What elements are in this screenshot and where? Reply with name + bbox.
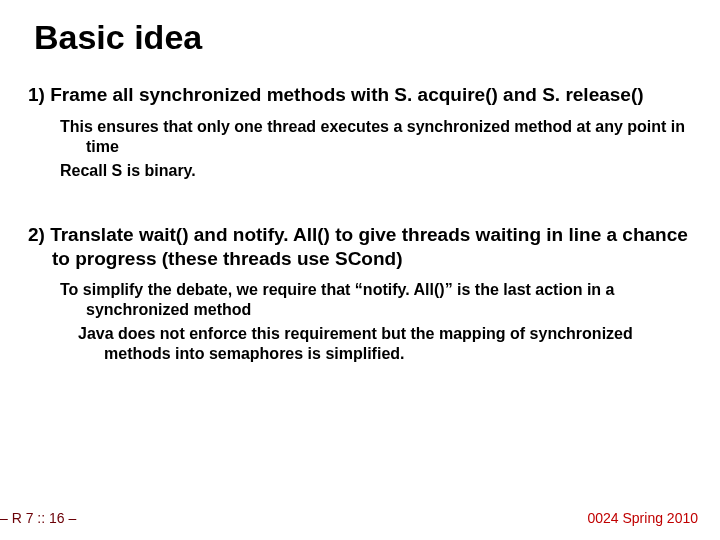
point-2-sub-2: Java does not enforce this requirement b…	[78, 324, 692, 364]
point-2: 2) Translate wait() and notify. All() to…	[28, 223, 692, 271]
point-2-text: 2) Translate wait() and notify. All() to…	[28, 223, 692, 271]
slide-title: Basic idea	[34, 18, 692, 57]
slide-container: Basic idea 1) Frame all synchronized met…	[0, 0, 720, 364]
point-1-sub-2: Recall S is binary.	[60, 161, 692, 181]
footer-left-text: – R 7 :: 16 –	[0, 510, 76, 526]
point-1-text: 1) Frame all synchronized methods with S…	[28, 83, 692, 107]
point-1-sub-1: This ensures that only one thread execut…	[60, 117, 692, 157]
spacer	[28, 185, 692, 223]
point-2-sub-1: To simplify the debate, we require that …	[60, 280, 692, 320]
footer-right-text: 0024 Spring 2010	[587, 510, 698, 526]
footer: – R 7 :: 16 – 0024 Spring 2010	[0, 510, 720, 526]
point-1: 1) Frame all synchronized methods with S…	[28, 83, 692, 107]
